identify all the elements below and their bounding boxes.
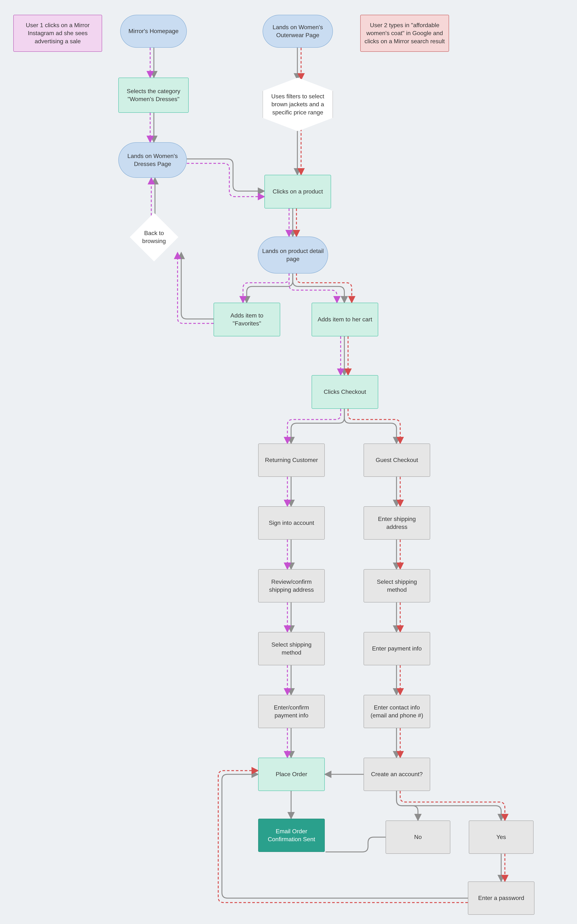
node-guest: Guest Checkout: [364, 444, 430, 477]
node-sel-ship-r: Select shipping method: [364, 569, 430, 603]
node-sel-ship-l: Select shipping method: [258, 632, 325, 665]
node-yes: Yes: [469, 821, 533, 854]
node-enter-ship-addr: Enter shipping address: [364, 506, 430, 540]
node-clicks-product: Clicks on a product: [264, 175, 331, 209]
node-back-browsing: Back to browsing: [130, 213, 178, 261]
node-no: No: [385, 821, 450, 854]
node-filters: Uses filters to select brown jackets and…: [263, 78, 333, 131]
node-enter-pwd: Enter a password: [468, 882, 535, 915]
node-returning: Returning Customer: [258, 444, 325, 477]
node-enter-contact: Enter contact info (email and phone #): [364, 695, 430, 728]
callout-user2-text: User 2 types in "affordable women's coat…: [364, 21, 445, 45]
node-enter-confirm-pay: Enter/confirm payment info: [258, 695, 325, 728]
node-dresses-page: Lands on Women's Dresses Page: [118, 142, 187, 178]
callout-user1: User 1 clicks on a Mirror Instagram ad s…: [13, 15, 102, 52]
node-homepage: Mirror's Homepage: [120, 15, 187, 48]
node-create-acct: Create an account?: [364, 758, 430, 791]
node-clicks-checkout: Clicks Checkout: [312, 375, 378, 409]
flowchart-canvas: User 1 clicks on a Mirror Instagram ad s…: [0, 0, 577, 924]
node-add-favorites: Adds item to "Favorites": [214, 303, 280, 336]
node-place-order: Place Order: [258, 758, 325, 791]
node-select-dresses: Selects the category "Women's Dresses": [118, 78, 189, 113]
node-email-confirm: Email Order Confirmation Sent: [258, 819, 325, 852]
callout-user1-text: User 1 clicks on a Mirror Instagram ad s…: [18, 21, 98, 45]
node-outerwear: Lands on Women's Outerwear Page: [263, 15, 333, 48]
node-product-detail: Lands on product detail page: [258, 236, 328, 273]
callout-user2: User 2 types in "affordable women's coat…: [360, 15, 449, 52]
node-enter-pay: Enter payment info: [364, 632, 430, 665]
node-sign-in: Sign into account: [258, 506, 325, 540]
node-add-cart: Adds item to her cart: [312, 303, 378, 336]
node-review-ship: Review/confirm shipping address: [258, 569, 325, 603]
